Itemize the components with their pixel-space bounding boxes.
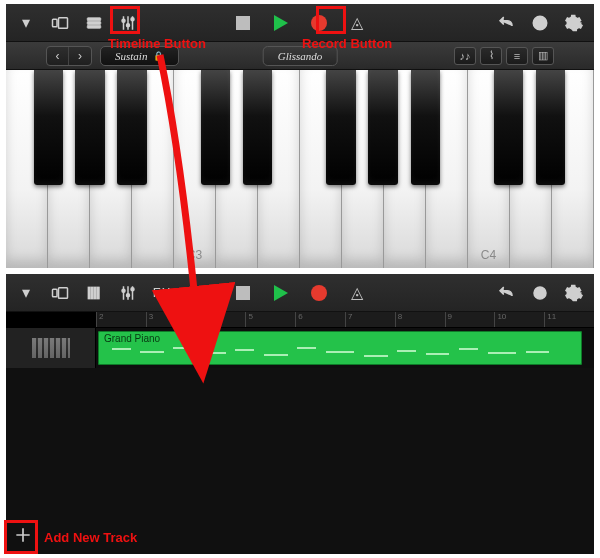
instrument-view-panel: ▾ ‹ › Sustain	[6, 4, 594, 268]
midi-region[interactable]: Grand Piano	[98, 331, 582, 365]
bar-tick: 2	[96, 312, 103, 327]
key-label-c3: C3	[187, 248, 202, 262]
svg-point-19	[534, 287, 546, 299]
browser-icon[interactable]	[48, 11, 72, 35]
track-lane[interactable]: Grand Piano	[96, 328, 594, 368]
octave-next-icon[interactable]: ›	[69, 47, 91, 65]
bar-tick: 6	[295, 312, 302, 327]
octave-nav[interactable]: ‹ ›	[46, 46, 92, 66]
glissando-preset[interactable]: Glissando	[263, 46, 338, 66]
record-button[interactable]	[307, 11, 331, 35]
lock-icon: 🔒	[153, 51, 164, 61]
key-label-c4: C4	[481, 248, 496, 262]
svg-rect-13	[91, 287, 93, 299]
svg-rect-11	[59, 287, 68, 298]
add-track-button[interactable]	[8, 520, 38, 550]
midi-notes	[102, 345, 578, 361]
keyboard-tools: ♪♪ ⌇ ≡ ▥	[454, 47, 554, 65]
svg-rect-0	[53, 19, 58, 27]
fx-button[interactable]: FX	[150, 281, 174, 305]
dropdown-icon[interactable]: ▾	[14, 281, 38, 305]
scale-mode-icon[interactable]: ⌇	[480, 47, 502, 65]
timeline-view-icon[interactable]	[82, 11, 106, 35]
bar-tick: 3	[146, 312, 153, 327]
metronome-icon[interactable]	[345, 281, 369, 305]
metronome-icon[interactable]	[345, 11, 369, 35]
arpeggiator-icon[interactable]: ≡	[506, 47, 528, 65]
svg-rect-2	[87, 17, 101, 20]
svg-point-6	[127, 23, 130, 26]
svg-point-17	[127, 293, 130, 296]
instrument-thumbnail-icon	[32, 338, 70, 358]
bar-tick: 11	[544, 312, 556, 327]
svg-rect-12	[88, 287, 90, 299]
keyboard-layout-icon[interactable]: ▥	[532, 47, 554, 65]
settings-icon[interactable]	[562, 11, 586, 35]
svg-rect-3	[87, 21, 101, 24]
svg-point-5	[122, 19, 125, 22]
bar-tick: 8	[395, 312, 402, 327]
loop-icon[interactable]	[528, 281, 552, 305]
svg-point-16	[122, 289, 125, 292]
svg-rect-4	[87, 25, 101, 28]
stop-button[interactable]	[231, 281, 255, 305]
timeline-ruler[interactable]: 2 3 4 5 6 7 8 9 10 11	[96, 312, 594, 328]
track-header[interactable]	[6, 328, 96, 368]
instrument-substrip: ‹ › Sustain 🔒 Glissando ♪♪ ⌇ ≡ ▥	[6, 42, 594, 70]
bar-tick: 9	[445, 312, 452, 327]
piano-keyboard[interactable]: C3 C4	[6, 70, 594, 268]
bottom-toolbar: ▾ FX	[6, 274, 594, 312]
stop-button[interactable]	[231, 11, 255, 35]
settings-icon[interactable]	[562, 281, 586, 305]
glissando-label: Glissando	[278, 50, 323, 62]
svg-point-7	[131, 17, 134, 20]
top-toolbar: ▾	[6, 4, 594, 42]
sustain-label: Sustain	[115, 50, 147, 62]
octave-prev-icon[interactable]: ‹	[47, 47, 69, 65]
svg-rect-10	[53, 289, 58, 297]
region-name: Grand Piano	[98, 331, 582, 346]
bar-tick: 5	[245, 312, 252, 327]
mixer-icon[interactable]	[116, 281, 140, 305]
svg-point-18	[131, 287, 134, 290]
tracks-view-panel: ▾ FX 2 3 4 5 6 7	[6, 274, 594, 554]
svg-rect-14	[94, 287, 96, 299]
transport-controls	[231, 11, 369, 35]
help-icon[interactable]	[528, 11, 552, 35]
mixer-icon[interactable]	[116, 11, 140, 35]
instrument-view-icon[interactable]	[82, 281, 106, 305]
bar-tick: 10	[494, 312, 506, 327]
undo-icon[interactable]	[494, 11, 518, 35]
browser-icon[interactable]	[48, 281, 72, 305]
transport-controls	[231, 281, 369, 305]
undo-icon[interactable]	[494, 281, 518, 305]
sustain-toggle[interactable]: Sustain 🔒	[100, 46, 179, 66]
record-button[interactable]	[307, 281, 331, 305]
play-button[interactable]	[269, 281, 293, 305]
track-row: Grand Piano	[6, 328, 594, 368]
bar-tick: 7	[345, 312, 352, 327]
svg-rect-1	[59, 17, 68, 28]
play-button[interactable]	[269, 11, 293, 35]
svg-rect-15	[97, 287, 99, 299]
bar-tick: 4	[196, 312, 203, 327]
note-mode-icon[interactable]: ♪♪	[454, 47, 476, 65]
empty-track-area[interactable]	[6, 368, 594, 554]
dropdown-icon[interactable]: ▾	[14, 11, 38, 35]
